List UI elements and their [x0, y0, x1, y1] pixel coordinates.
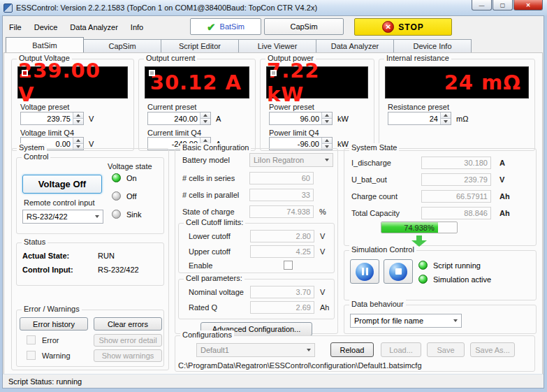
tab-device-info[interactable]: Device Info: [393, 39, 472, 52]
i-discharge-unit: A: [499, 159, 505, 167]
show-warnings-button[interactable]: Show warnings: [94, 349, 162, 362]
system-state-group: System State I_discharge 30.180 A U_bat_…: [344, 148, 537, 246]
resistance-preset-input[interactable]: [388, 112, 451, 125]
stop-square-icon: [389, 263, 407, 281]
remote-control-select[interactable]: RS-232/422: [22, 210, 103, 224]
enable-label: Enable: [189, 261, 212, 270]
menu-device[interactable]: Device: [28, 21, 64, 34]
configurations-title: Configurations: [180, 331, 234, 339]
tab-capsim[interactable]: CapSim: [83, 39, 161, 52]
u-bat-out-label: U_bat_out: [351, 175, 387, 184]
save-button[interactable]: Save: [427, 342, 465, 357]
close-button[interactable]: ✕: [513, 0, 543, 10]
current-limit-label: Current limit Q4: [147, 129, 201, 137]
control-input-value: RS-232/422: [98, 266, 139, 274]
power-preset-unit: kW: [337, 115, 349, 123]
total-capacity-unit: Ah: [499, 209, 510, 217]
pause-button[interactable]: [350, 259, 379, 284]
lower-cutoff-unit: V: [320, 232, 325, 240]
spin-down-icon[interactable]: [441, 118, 451, 124]
enable-checkbox[interactable]: [284, 261, 293, 270]
power-preset-input[interactable]: [269, 112, 333, 125]
output-voltage-display: 239.00 V: [17, 66, 128, 99]
spin-down-icon[interactable]: [322, 118, 332, 124]
upper-cutoff-unit: V: [320, 247, 325, 256]
spin-down-icon[interactable]: [200, 118, 210, 124]
cell-cutoff-group: Cell Cutoff limits: Lower cutoff 2.80 V …: [178, 223, 335, 273]
capsim-toggle-button[interactable]: CapSim: [264, 18, 344, 35]
load-button[interactable]: Load...: [381, 342, 421, 357]
minimize-button[interactable]: —: [472, 0, 492, 10]
warning-label: Warning: [42, 351, 71, 360]
voltage-preset-label: Voltage preset: [20, 103, 69, 111]
rated-q-unit: Ah: [320, 303, 329, 312]
spin-down-icon[interactable]: [73, 118, 83, 124]
status-bar: Script Status: running: [3, 374, 544, 388]
total-capacity-label: Total Capacity: [351, 209, 400, 217]
stop-simulation-button[interactable]: [384, 259, 413, 284]
voltage-state-on-label: On: [126, 174, 137, 182]
voltage-state-on[interactable]: On: [112, 173, 137, 182]
error-checkbox[interactable]: [27, 335, 36, 344]
warning-checkbox[interactable]: [27, 351, 36, 360]
simulation-control-group: Simulation Control Script running Simula…: [344, 250, 537, 300]
error-warnings-title: Error / Warnings: [22, 305, 82, 313]
current-preset-input[interactable]: [147, 112, 211, 125]
menu-info[interactable]: Info: [124, 21, 149, 34]
menu-data-analyzer[interactable]: Data Analyzer: [64, 21, 124, 34]
output-voltage-value: 239.00 V: [18, 59, 120, 106]
batsim-toggle-label: BatSim: [220, 22, 245, 31]
error-history-button[interactable]: Error history: [20, 317, 88, 331]
internal-resistance-title: Internal resistance: [384, 54, 451, 62]
voltage-state-sink[interactable]: Sink: [112, 210, 141, 219]
configuration-path: C:\ProgramData\Regatron\ESSControl\confi…: [178, 361, 422, 370]
show-error-detail-button[interactable]: Show error detail: [94, 334, 162, 347]
spin-up-icon[interactable]: [200, 112, 210, 118]
spin-up-icon[interactable]: [322, 138, 332, 143]
client-area: File Device Data Analyzer Info ✔ BatSim …: [2, 15, 544, 389]
basic-configuration-title: Basic Configuration: [180, 143, 251, 152]
cells-parallel-label: # cells in parallel: [182, 191, 239, 199]
internal-resistance-value: 24 mΩ: [444, 71, 521, 94]
stop-button[interactable]: ✕ STOP: [354, 18, 452, 36]
data-behaviour-select[interactable]: Prompt for file name: [350, 314, 462, 328]
upper-cutoff-label: Upper cutoff: [189, 247, 231, 256]
tab-batsim[interactable]: BatSim: [6, 37, 84, 52]
spin-up-icon[interactable]: [73, 112, 83, 118]
current-indicator-icon: [149, 70, 155, 76]
output-power-display: 7.22 kW: [266, 66, 368, 99]
spin-up-icon[interactable]: [200, 138, 210, 143]
data-behaviour-value: Prompt for file name: [351, 317, 450, 325]
spin-up-icon[interactable]: [322, 112, 332, 118]
voltage-state-off[interactable]: Off: [112, 191, 136, 201]
status-group: Status Actual State: RUN Control Input: …: [16, 242, 164, 286]
maximize-button[interactable]: ▢: [493, 0, 513, 10]
spin-up-icon[interactable]: [73, 138, 83, 143]
tab-data-analyzer[interactable]: Data Analyzer: [316, 39, 394, 52]
configuration-select[interactable]: Default1: [196, 343, 315, 357]
actual-state-label: Actual State:: [22, 252, 69, 260]
menu-file[interactable]: File: [3, 21, 28, 34]
output-current-panel: Output current 30.12 A Current preset A …: [138, 59, 256, 151]
voltage-off-button[interactable]: Voltage Off: [22, 175, 102, 194]
chevron-down-icon: [92, 210, 103, 223]
power-limit-unit: kW: [337, 140, 349, 148]
batsim-toggle-button[interactable]: ✔ BatSim: [190, 18, 261, 35]
reload-button[interactable]: Reload: [330, 342, 374, 357]
chevron-down-icon: [303, 344, 314, 356]
tab-script-editor[interactable]: Script Editor: [161, 39, 239, 52]
tab-live-viewer[interactable]: Live Viewer: [238, 39, 316, 52]
menu-bar: File Device Data Analyzer Info ✔ BatSim …: [3, 16, 544, 37]
spin-up-icon[interactable]: [441, 112, 451, 118]
system-state-title: System State: [349, 143, 399, 152]
voltage-state-title: Voltage state: [108, 162, 152, 170]
cell-parameters-group: Cell parameters: Nominal voltage 3.70 V …: [178, 279, 335, 319]
voltage-preset-input[interactable]: [20, 112, 84, 125]
power-indicator-icon: [270, 70, 277, 76]
voltage-limit-label: Voltage limit Q4: [20, 129, 74, 137]
simulation-active-led-icon: [418, 275, 428, 284]
save-as-button[interactable]: Save As...: [470, 342, 515, 357]
clear-errors-button[interactable]: Clear errors: [94, 317, 162, 331]
battery-model-select[interactable]: LiIon Regatron: [249, 153, 333, 167]
i-discharge-value: 30.180: [421, 157, 491, 169]
